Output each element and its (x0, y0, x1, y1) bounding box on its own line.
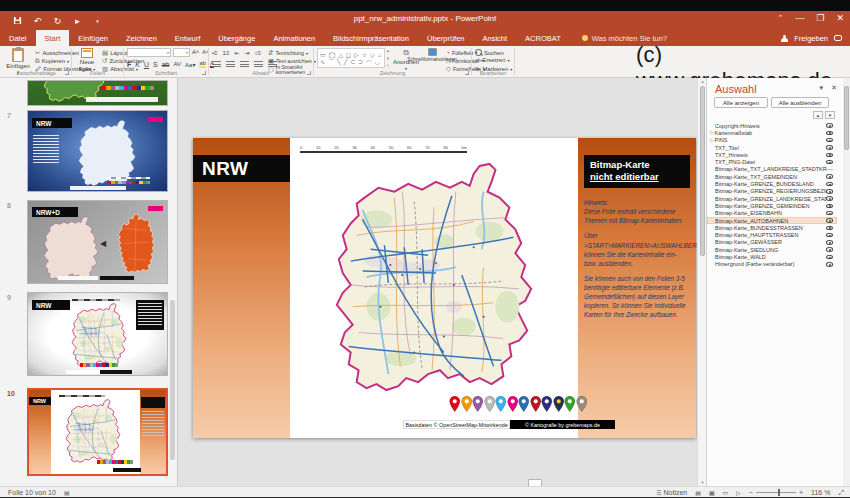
grow-shrink-font[interactable]: A˄A˅ (192, 49, 209, 55)
thumbnail-slide-8[interactable]: NRW+D ◀ (27, 200, 168, 284)
map-pin[interactable] (553, 390, 565, 418)
layer-row[interactable]: Copyright-Hinweis (707, 122, 837, 129)
note-text[interactable]: Hinweis:Diese Folie enthält verschiedene… (584, 198, 687, 326)
layer-row[interactable]: TXT_PNG-Datei (707, 158, 837, 165)
numbering-icon[interactable]: 1≡ (223, 50, 230, 56)
nrw-map[interactable] (293, 158, 575, 396)
zoom-level[interactable]: 116 % (811, 489, 830, 496)
align-center-icon[interactable] (226, 61, 235, 68)
eye-icon[interactable] (826, 138, 833, 143)
tab-entwurf[interactable]: Entwurf (166, 30, 209, 46)
comment-bubble-icon[interactable] (834, 35, 842, 41)
font-name-combobox[interactable]: ▾ (127, 48, 171, 57)
hidden-dash-icon[interactable]: — (827, 167, 833, 171)
layer-row[interactable]: Bitmap-Karte_EISENBAHN (707, 210, 837, 217)
map-pin[interactable] (472, 390, 484, 418)
map-pin[interactable] (518, 390, 530, 418)
minimize-button[interactable]: — (795, 13, 804, 23)
layer-row[interactable]: Bitmap-Karte_GRENZE_GEMEINDEN (707, 202, 837, 209)
eye-icon[interactable] (826, 160, 833, 165)
eye-icon[interactable] (826, 255, 833, 260)
tab-ueberpruefen[interactable]: Überprüfen (418, 30, 474, 46)
layer-row[interactable]: Bitmap-Karte_GEWÄSSER (707, 239, 837, 246)
drawing-dialog-launcher[interactable] (465, 71, 469, 75)
layer-row[interactable]: Hintergrund (Farbe veränderbar) (707, 261, 837, 268)
eye-icon[interactable] (826, 153, 833, 158)
scrollbar-thumb[interactable] (700, 86, 705, 256)
view-slideshow-icon[interactable]: ▷ (736, 489, 741, 496)
tab-zeichnen[interactable]: Zeichnen (117, 30, 166, 46)
eye-icon[interactable] (826, 145, 833, 150)
layer-row[interactable]: ▷Kartenmaßstab (707, 129, 837, 136)
bold-button[interactable]: F (127, 61, 131, 68)
thumbnail-slide-7[interactable]: NRW (27, 110, 168, 192)
thumbnail-slide-9[interactable]: NRW (27, 292, 168, 376)
show-all-button[interactable]: Alle anzeigen (714, 97, 768, 108)
shadow-button[interactable]: S (153, 61, 158, 68)
zoom-out-icon[interactable]: − (749, 489, 753, 496)
map-pin[interactable] (564, 390, 576, 418)
layer-row[interactable]: Bitmap-Karte_WALD (707, 253, 837, 260)
map-pin[interactable] (541, 390, 553, 418)
highlight-color-button[interactable]: ab (199, 60, 206, 68)
hide-all-button[interactable]: Alle ausblenden (771, 97, 829, 108)
tab-start[interactable]: Start (36, 30, 70, 46)
eye-icon[interactable] (826, 189, 833, 194)
map-pin[interactable] (507, 390, 519, 418)
layer-row[interactable]: TXT_Titel (707, 144, 837, 151)
move-up-button[interactable]: ▲ (813, 111, 823, 119)
info-box[interactable]: Bitmap-Karte nicht editierbar (584, 155, 690, 188)
pane-scrollbar[interactable] (843, 78, 850, 486)
layer-row[interactable]: Bitmap-Karte_GRENZE_BUNDESLAND (707, 180, 837, 187)
layer-row[interactable]: Bitmap-Karte_GRENZE_LANDKREISE_STADTKREI… (707, 195, 837, 202)
eye-icon[interactable] (826, 262, 833, 267)
replace-button[interactable]: abErsetzen▾ (475, 57, 509, 63)
move-down-button[interactable]: ▼ (825, 111, 835, 119)
char-spacing-button[interactable]: A︁V (173, 61, 181, 67)
tab-acrobat[interactable]: ACROBAT (516, 30, 570, 46)
map-pin[interactable] (484, 390, 496, 418)
layer-row[interactable]: ▷PINS (707, 137, 837, 144)
canvas-vertical-scrollbar[interactable]: ▲ ▼ (697, 78, 706, 486)
decrease-indent-icon[interactable]: ⇤ (234, 49, 239, 56)
underline-button[interactable]: U (144, 61, 149, 68)
map-pin[interactable] (530, 390, 542, 418)
tab-uebergaenge[interactable]: Übergänge (209, 30, 264, 46)
eye-icon[interactable] (826, 247, 833, 252)
eye-icon[interactable] (826, 182, 833, 187)
map-pin[interactable] (461, 390, 473, 418)
expand-icon[interactable]: ▷ (710, 138, 713, 143)
layer-row[interactable]: Bitmap-Karte_SIEDLUNG (707, 246, 837, 253)
pane-close-icon[interactable]: ✕ (831, 84, 837, 92)
paragraph-dialog-launcher[interactable] (307, 71, 311, 75)
align-right-icon[interactable] (240, 61, 249, 68)
ribbon-display-options-icon[interactable]: ⌃ (778, 14, 784, 22)
notes-toggle[interactable]: ☰ Notizen (656, 489, 687, 496)
eye-icon[interactable] (826, 123, 833, 128)
slide-title-bar[interactable]: NRW (193, 155, 290, 182)
close-button[interactable]: ✕ (836, 13, 844, 23)
bullets-icon[interactable]: •≡ (212, 50, 218, 56)
new-slide-button[interactable]: NeueFolie ▾ (74, 48, 100, 72)
zoom-in-icon[interactable]: + (799, 489, 803, 496)
layer-row[interactable]: TXT_Hinweis (707, 151, 837, 158)
tab-einfuegen[interactable]: Einfügen (69, 30, 117, 46)
line-spacing-icon[interactable]: ↕≡ (255, 50, 262, 56)
thumbnails-scrollbar[interactable] (170, 300, 175, 460)
eye-icon[interactable] (826, 211, 833, 216)
strikethrough-button[interactable]: ab (162, 61, 170, 68)
fit-to-window-icon[interactable]: ⤢ (838, 489, 844, 497)
eye-icon[interactable] (826, 218, 833, 223)
quick-styles-button[interactable]: Schnellformatvorlagen (420, 48, 444, 62)
layer-row[interactable]: Bitmap-Karte_BUNDESSTRASSEN (707, 224, 837, 231)
tab-ansicht[interactable]: Ansicht (474, 30, 517, 46)
increase-indent-icon[interactable]: ⇥ (244, 49, 249, 56)
shapes-gallery[interactable]: ▭◯△◻▷☆◇⌂ ∿⌒╲╱⊂⊃◠◡ (317, 48, 385, 68)
align-left-icon[interactable] (212, 61, 221, 68)
text-direction-button[interactable]: ⇵Textrichtung▾ (268, 49, 308, 57)
eye-icon[interactable] (826, 240, 833, 245)
gallery-scroll-buttons[interactable]: ▲▼≡ (386, 48, 390, 68)
tab-datei[interactable]: Datei (0, 30, 36, 46)
map-pin[interactable] (576, 390, 588, 418)
justify-icon[interactable] (254, 61, 263, 68)
